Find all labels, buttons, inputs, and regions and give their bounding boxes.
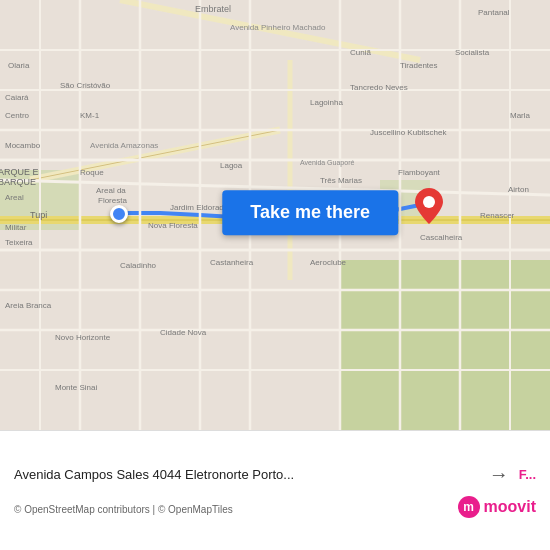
svg-text:Renascer: Renascer [480,211,515,220]
svg-text:Cascalheira: Cascalheira [420,233,463,242]
svg-text:Tiradentes: Tiradentes [400,61,438,70]
svg-text:Teixeira: Teixeira [5,238,33,247]
to-label: F... [519,467,536,482]
svg-text:Areal da: Areal da [96,186,126,195]
svg-text:Olaria: Olaria [8,61,30,70]
take-me-there-button[interactable]: Take me there [222,190,398,235]
svg-text:Monte Sinai: Monte Sinai [55,383,97,392]
svg-text:Nova Floresta: Nova Floresta [148,221,198,230]
svg-text:Três Marias: Três Marias [320,176,362,185]
moovit-logo: m moovit [458,496,536,518]
svg-text:Militar: Militar [5,223,27,232]
svg-text:Avenida Guaporé: Avenida Guaporé [300,159,354,167]
svg-text:Pantanal: Pantanal [478,8,510,17]
svg-text:Cidade Nova: Cidade Nova [160,328,207,337]
svg-text:Areia Branca: Areia Branca [5,301,52,310]
svg-text:BARQUE: BARQUE [0,177,36,187]
svg-rect-2 [340,260,550,430]
route-text: Avenida Campos Sales 4044 Eletronorte Po… [14,467,479,482]
moovit-brand-text: moovit [484,498,536,516]
svg-text:Jardim Eldorado: Jardim Eldorado [170,203,229,212]
from-address: Avenida Campos Sales 4044 Eletronorte Po… [14,467,479,482]
svg-text:Tancredo Neves: Tancredo Neves [350,83,408,92]
svg-text:Flamboyant: Flamboyant [398,168,441,177]
svg-text:Airton: Airton [508,185,529,194]
svg-text:Avenida Pinheiro Machado: Avenida Pinheiro Machado [230,23,326,32]
route-info: Avenida Campos Sales 4044 Eletronorte Po… [14,463,536,486]
svg-point-71 [423,196,435,208]
svg-text:Caladinho: Caladinho [120,261,157,270]
svg-text:ARQUE E: ARQUE E [0,167,39,177]
arrow-icon: → [489,463,509,486]
svg-text:Tupi: Tupi [30,210,47,220]
svg-text:Mocambo: Mocambo [5,141,41,150]
bottom-bar: Avenida Campos Sales 4044 Eletronorte Po… [0,430,550,550]
svg-text:Areal: Areal [5,193,24,202]
svg-text:Cuniã: Cuniã [350,48,371,57]
svg-text:Lagoinha: Lagoinha [310,98,343,107]
svg-text:Castanheira: Castanheira [210,258,254,267]
svg-text:Roque: Roque [80,168,104,177]
svg-text:Caiará: Caiará [5,93,29,102]
svg-text:Floresta: Floresta [98,196,127,205]
destination-marker [415,188,443,228]
map-attribution: © OpenStreetMap contributors | © OpenMap… [14,504,233,515]
svg-text:Socialista: Socialista [455,48,490,57]
svg-text:Embratel: Embratel [195,4,231,14]
svg-text:Novo Horizonte: Novo Horizonte [55,333,111,342]
origin-marker [110,205,128,223]
moovit-icon: m [458,496,480,518]
svg-text:Marla: Marla [510,111,531,120]
svg-text:São Cristóvão: São Cristóvão [60,81,111,90]
svg-text:Juscellino Kubitschek: Juscellino Kubitschek [370,128,447,137]
svg-text:KM-1: KM-1 [80,111,100,120]
moovit-icon-symbol: m [463,500,474,514]
bottom-row: © OpenStreetMap contributors | © OpenMap… [14,492,536,518]
svg-text:Lagoa: Lagoa [220,161,243,170]
svg-text:Avenida Amazonas: Avenida Amazonas [90,141,158,150]
map-container: Embratel Avenida Pinheiro Machado Pantan… [0,0,550,430]
svg-text:Aeroclube: Aeroclube [310,258,347,267]
svg-text:Centro: Centro [5,111,30,120]
